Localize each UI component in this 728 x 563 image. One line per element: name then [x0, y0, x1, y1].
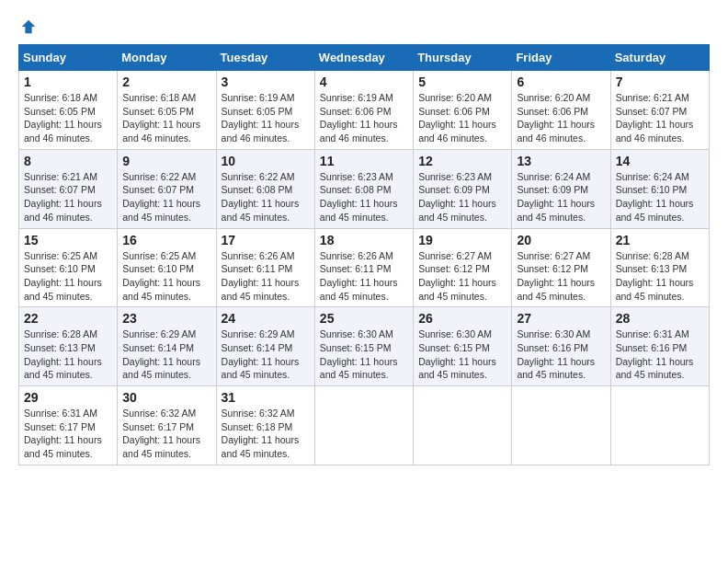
calendar-cell: 28Sunrise: 6:31 AMSunset: 6:16 PMDayligh… [610, 307, 709, 386]
weekday-header-sunday: Sunday [19, 45, 118, 71]
day-info: Sunrise: 6:30 AMSunset: 6:15 PMDaylight:… [418, 327, 506, 382]
day-number: 1 [24, 75, 112, 89]
day-number: 30 [122, 390, 210, 405]
day-number: 4 [320, 75, 408, 89]
day-number: 28 [616, 311, 704, 326]
day-info: Sunrise: 6:25 AMSunset: 6:10 PMDaylight:… [24, 249, 112, 304]
day-info: Sunrise: 6:26 AMSunset: 6:11 PMDaylight:… [320, 249, 408, 304]
calendar-cell: 5Sunrise: 6:20 AMSunset: 6:06 PMDaylight… [414, 71, 512, 150]
day-info: Sunrise: 6:32 AMSunset: 6:17 PMDaylight:… [122, 407, 210, 461]
calendar-cell: 16Sunrise: 6:25 AMSunset: 6:10 PMDayligh… [118, 228, 216, 307]
calendar-cell: 25Sunrise: 6:30 AMSunset: 6:15 PMDayligh… [314, 307, 413, 386]
calendar-cell: 19Sunrise: 6:27 AMSunset: 6:12 PMDayligh… [414, 228, 512, 307]
day-info: Sunrise: 6:22 AMSunset: 6:07 PMDaylight:… [122, 170, 210, 224]
day-number: 25 [320, 311, 408, 326]
day-info: Sunrise: 6:31 AMSunset: 6:17 PMDaylight:… [24, 407, 112, 461]
calendar-cell [610, 386, 709, 465]
day-info: Sunrise: 6:23 AMSunset: 6:08 PMDaylight:… [320, 170, 408, 224]
logo-icon [20, 18, 37, 35]
day-info: Sunrise: 6:19 AMSunset: 6:05 PMDaylight:… [222, 91, 310, 145]
day-info: Sunrise: 6:20 AMSunset: 6:06 PMDaylight:… [418, 91, 506, 145]
day-number: 15 [24, 233, 112, 247]
weekday-header-wednesday: Wednesday [314, 45, 413, 71]
calendar-cell: 3Sunrise: 6:19 AMSunset: 6:05 PMDaylight… [216, 71, 314, 150]
day-info: Sunrise: 6:29 AMSunset: 6:14 PMDaylight:… [222, 327, 310, 382]
calendar-cell [414, 386, 512, 465]
day-info: Sunrise: 6:32 AMSunset: 6:18 PMDaylight:… [222, 407, 310, 461]
day-number: 12 [418, 154, 506, 168]
day-info: Sunrise: 6:30 AMSunset: 6:16 PMDaylight:… [517, 327, 605, 382]
day-number: 17 [222, 233, 310, 247]
day-number: 5 [418, 75, 506, 89]
day-info: Sunrise: 6:19 AMSunset: 6:06 PMDaylight:… [320, 91, 408, 145]
weekday-header-tuesday: Tuesday [216, 45, 314, 71]
day-number: 3 [222, 75, 310, 89]
day-info: Sunrise: 6:23 AMSunset: 6:09 PMDaylight:… [418, 170, 506, 224]
calendar-week-row: 8Sunrise: 6:21 AMSunset: 6:07 PMDaylight… [19, 149, 710, 228]
day-info: Sunrise: 6:21 AMSunset: 6:07 PMDaylight:… [616, 91, 704, 145]
day-info: Sunrise: 6:20 AMSunset: 6:06 PMDaylight:… [517, 91, 605, 145]
calendar-cell: 14Sunrise: 6:24 AMSunset: 6:10 PMDayligh… [610, 149, 709, 228]
day-info: Sunrise: 6:24 AMSunset: 6:10 PMDaylight:… [616, 170, 704, 224]
calendar-cell: 4Sunrise: 6:19 AMSunset: 6:06 PMDaylight… [314, 71, 413, 150]
day-info: Sunrise: 6:27 AMSunset: 6:12 PMDaylight:… [517, 249, 605, 304]
day-number: 9 [122, 154, 210, 168]
day-number: 16 [122, 233, 210, 247]
day-info: Sunrise: 6:18 AMSunset: 6:05 PMDaylight:… [122, 91, 210, 145]
calendar-cell: 31Sunrise: 6:32 AMSunset: 6:18 PMDayligh… [216, 386, 314, 465]
calendar-cell: 12Sunrise: 6:23 AMSunset: 6:09 PMDayligh… [414, 149, 512, 228]
calendar-cell: 30Sunrise: 6:32 AMSunset: 6:17 PMDayligh… [118, 386, 216, 465]
day-info: Sunrise: 6:21 AMSunset: 6:07 PMDaylight:… [24, 170, 112, 224]
logo [18, 18, 37, 35]
day-info: Sunrise: 6:22 AMSunset: 6:08 PMDaylight:… [222, 170, 310, 224]
calendar-cell: 29Sunrise: 6:31 AMSunset: 6:17 PMDayligh… [19, 386, 118, 465]
weekday-header-thursday: Thursday [414, 45, 512, 71]
calendar-cell: 17Sunrise: 6:26 AMSunset: 6:11 PMDayligh… [216, 228, 314, 307]
calendar-cell: 20Sunrise: 6:27 AMSunset: 6:12 PMDayligh… [512, 228, 610, 307]
calendar-cell: 6Sunrise: 6:20 AMSunset: 6:06 PMDaylight… [512, 71, 610, 150]
day-number: 7 [616, 75, 704, 89]
weekday-header-friday: Friday [512, 45, 610, 71]
calendar-cell: 18Sunrise: 6:26 AMSunset: 6:11 PMDayligh… [314, 228, 413, 307]
calendar-cell: 8Sunrise: 6:21 AMSunset: 6:07 PMDaylight… [19, 149, 118, 228]
day-info: Sunrise: 6:25 AMSunset: 6:10 PMDaylight:… [122, 249, 210, 304]
day-number: 14 [616, 154, 704, 168]
day-info: Sunrise: 6:26 AMSunset: 6:11 PMDaylight:… [222, 249, 310, 304]
day-number: 8 [24, 154, 112, 168]
weekday-header-row: SundayMondayTuesdayWednesdayThursdayFrid… [19, 45, 710, 71]
calendar-table: SundayMondayTuesdayWednesdayThursdayFrid… [18, 44, 710, 465]
calendar-cell: 7Sunrise: 6:21 AMSunset: 6:07 PMDaylight… [610, 71, 709, 150]
day-info: Sunrise: 6:29 AMSunset: 6:14 PMDaylight:… [122, 327, 210, 382]
calendar-cell: 10Sunrise: 6:22 AMSunset: 6:08 PMDayligh… [216, 149, 314, 228]
calendar-cell: 21Sunrise: 6:28 AMSunset: 6:13 PMDayligh… [610, 228, 709, 307]
day-info: Sunrise: 6:31 AMSunset: 6:16 PMDaylight:… [616, 327, 704, 382]
calendar-cell: 23Sunrise: 6:29 AMSunset: 6:14 PMDayligh… [118, 307, 216, 386]
day-number: 23 [122, 311, 210, 326]
day-number: 2 [122, 75, 210, 89]
day-number: 18 [320, 233, 408, 247]
calendar-week-row: 22Sunrise: 6:28 AMSunset: 6:13 PMDayligh… [19, 307, 710, 386]
calendar-cell: 15Sunrise: 6:25 AMSunset: 6:10 PMDayligh… [19, 228, 118, 307]
day-number: 10 [222, 154, 310, 168]
weekday-header-saturday: Saturday [610, 45, 709, 71]
day-number: 22 [24, 311, 112, 326]
calendar-cell: 13Sunrise: 6:24 AMSunset: 6:09 PMDayligh… [512, 149, 610, 228]
calendar-cell: 26Sunrise: 6:30 AMSunset: 6:15 PMDayligh… [414, 307, 512, 386]
day-number: 29 [24, 390, 112, 405]
day-info: Sunrise: 6:18 AMSunset: 6:05 PMDaylight:… [24, 91, 112, 145]
day-number: 13 [517, 154, 605, 168]
day-number: 24 [222, 311, 310, 326]
calendar-cell [512, 386, 610, 465]
day-number: 27 [517, 311, 605, 326]
calendar-cell: 2Sunrise: 6:18 AMSunset: 6:05 PMDaylight… [118, 71, 216, 150]
day-number: 26 [418, 311, 506, 326]
weekday-header-monday: Monday [118, 45, 216, 71]
calendar-cell: 11Sunrise: 6:23 AMSunset: 6:08 PMDayligh… [314, 149, 413, 228]
day-number: 21 [616, 233, 704, 247]
svg-marker-0 [22, 20, 35, 33]
calendar-cell: 27Sunrise: 6:30 AMSunset: 6:16 PMDayligh… [512, 307, 610, 386]
calendar-cell: 9Sunrise: 6:22 AMSunset: 6:07 PMDaylight… [118, 149, 216, 228]
page-header [18, 18, 710, 35]
calendar-week-row: 15Sunrise: 6:25 AMSunset: 6:10 PMDayligh… [19, 228, 710, 307]
calendar-cell: 1Sunrise: 6:18 AMSunset: 6:05 PMDaylight… [19, 71, 118, 150]
